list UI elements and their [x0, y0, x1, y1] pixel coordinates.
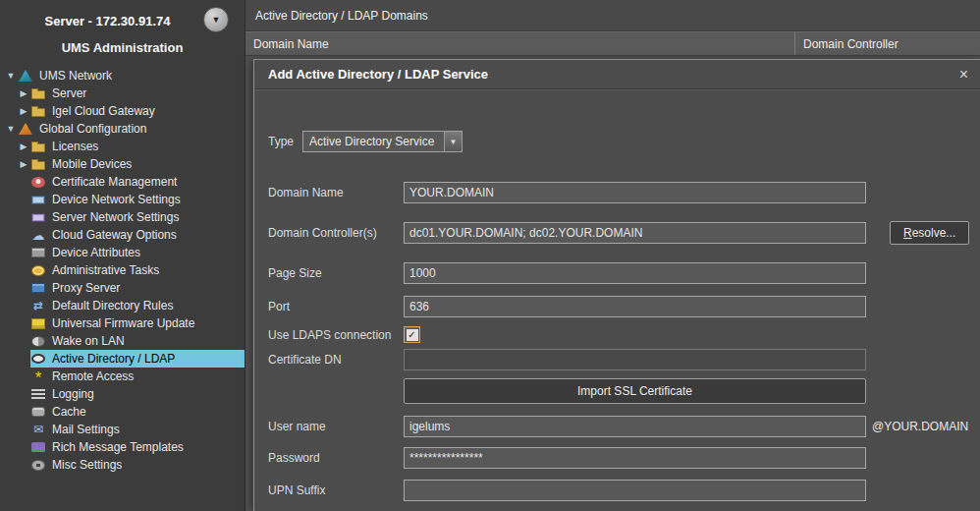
column-header-domain-controller[interactable]: Domain Controller — [795, 32, 980, 55]
cloud-icon — [31, 229, 45, 242]
tree-item-content[interactable]: Mobile Devices — [30, 155, 245, 173]
tree-item-remote-access[interactable]: Remote Access — [0, 368, 245, 385]
folder-icon — [31, 90, 45, 99]
tree-item-label: Device Network Settings — [49, 193, 184, 206]
tree-item-mobile-devices[interactable]: ▶Mobile Devices — [0, 155, 245, 173]
expand-arrow-icon[interactable]: ▶ — [17, 88, 30, 98]
misc-icon — [31, 460, 45, 471]
import-ssl-row: Import SSL Certificate — [268, 378, 980, 404]
sidebar-header: Server - 172.30.91.74 ▼ UMS Administrati… — [0, 0, 245, 63]
port-input[interactable] — [404, 296, 866, 317]
tree-item-rich-message-templates[interactable]: Rich Message Templates — [0, 438, 245, 456]
tree-item-wake-on-lan[interactable]: Wake on LAN — [0, 332, 245, 350]
tree-item-licenses[interactable]: ▶Licenses — [0, 138, 245, 155]
tree-item-label: Remote Access — [49, 369, 136, 383]
upn-suffix-row: UPN Suffix — [268, 480, 980, 501]
tree-item-label: Misc Settings — [49, 458, 125, 472]
tree-item-label: Igel Cloud Gateway — [49, 104, 158, 118]
ldaps-checkbox[interactable]: ✓ — [404, 326, 420, 343]
tree-item-global-configuration[interactable]: ▼Global Configuration — [0, 120, 245, 138]
tree-item-device-network-settings[interactable]: Device Network Settings — [0, 191, 245, 208]
tree-item-label: Cache — [49, 405, 89, 419]
tree-item-content[interactable]: Certificate Management — [30, 173, 245, 191]
tree-item-label: Default Directory Rules — [49, 299, 176, 312]
tree-item-content[interactable]: Licenses — [30, 138, 245, 155]
tree-item-content[interactable]: Server — [30, 85, 245, 102]
expand-arrow-icon[interactable]: ▶ — [17, 106, 30, 116]
tree-item-content[interactable]: Device Network Settings — [30, 191, 245, 208]
tree-item-label: Universal Firmware Update — [49, 316, 197, 330]
add-ldap-service-dialog: Add Active Directory / LDAP Service × Ty… — [253, 59, 980, 511]
type-select[interactable]: Active Directory Service ▼ — [302, 131, 463, 152]
tree-item-cloud-gateway-options[interactable]: Cloud Gateway Options — [0, 226, 245, 244]
tree-item-content[interactable]: Device Attributes — [30, 244, 245, 261]
tree-item-administrative-tasks[interactable]: Administrative Tasks — [0, 261, 245, 279]
column-header-domain-name[interactable]: Domain Name — [245, 32, 795, 55]
server-menu-button[interactable]: ▼ — [203, 7, 229, 32]
content-title: Active Directory / LDAP Domains — [255, 9, 428, 23]
chevron-down-icon: ▼ — [212, 15, 221, 25]
tree-item-universal-firmware-update[interactable]: Universal Firmware Update — [0, 314, 245, 332]
expand-arrow-icon[interactable]: ▶ — [17, 142, 30, 151]
tree-item-content[interactable]: Universal Firmware Update — [30, 314, 245, 332]
close-icon[interactable]: × — [959, 67, 968, 83]
tree-item-content[interactable]: Mail Settings — [30, 421, 245, 438]
tree-item-server[interactable]: ▶Server — [0, 85, 245, 102]
device-network-icon — [31, 196, 45, 204]
tree-item-mail-settings[interactable]: Mail Settings — [0, 421, 245, 438]
tree-item-igel-cloud-gateway[interactable]: ▶Igel Cloud Gateway — [0, 102, 245, 120]
tree-item-default-directory-rules[interactable]: Default Directory Rules — [0, 297, 245, 314]
wol-icon — [31, 336, 45, 347]
certificate-icon — [31, 177, 45, 188]
tree-item-content[interactable]: Igel Cloud Gateway — [30, 102, 245, 120]
tree-item-ums-network[interactable]: ▼UMS Network — [0, 67, 245, 85]
tree-item-proxy-server[interactable]: Proxy Server — [0, 279, 245, 297]
tree-item-content[interactable]: Proxy Server — [30, 279, 245, 297]
domain-controllers-input[interactable] — [404, 222, 866, 244]
server-network-icon — [31, 213, 45, 222]
tree-item-content[interactable]: Server Network Settings — [30, 208, 245, 226]
tree-item-content[interactable]: Remote Access — [30, 368, 245, 385]
tree-item-certificate-management[interactable]: Certificate Management — [0, 173, 245, 191]
tree-item-content[interactable]: Wake on LAN — [30, 332, 245, 350]
tree-item-label: Mail Settings — [49, 423, 123, 436]
folder-icon — [31, 161, 45, 170]
page-size-input[interactable] — [404, 262, 866, 284]
tree-item-label: Server — [49, 86, 89, 100]
chevron-down-icon[interactable]: ▼ — [444, 132, 462, 151]
resolve-button[interactable]: Resolve... — [890, 221, 969, 245]
tree-item-label: Certificate Management — [49, 175, 180, 189]
tree-item-label: Licenses — [49, 140, 101, 153]
password-input[interactable] — [404, 447, 866, 469]
username-domain-suffix: @YOUR.DOMAIN — [872, 420, 968, 433]
tree-item-content[interactable]: UMS Network — [18, 67, 245, 85]
user-name-input[interactable] — [404, 416, 866, 437]
domain-name-input[interactable] — [404, 182, 866, 203]
collapse-arrow-icon[interactable]: ▼ — [4, 71, 18, 81]
resolve-button-label: Resolve... — [903, 226, 955, 240]
tree-item-content[interactable]: Cloud Gateway Options — [30, 226, 245, 244]
upn-suffix-input[interactable] — [404, 480, 866, 501]
tree-item-content[interactable]: Global Configuration — [18, 120, 245, 138]
tree-item-active-directory-ldap[interactable]: Active Directory / LDAP — [0, 350, 245, 368]
type-label: Type — [268, 135, 302, 148]
tree-item-content[interactable]: Administrative Tasks — [30, 261, 245, 279]
tree-item-device-attributes[interactable]: Device Attributes — [0, 244, 245, 261]
collapse-arrow-icon[interactable]: ▼ — [4, 124, 18, 134]
tree-item-misc-settings[interactable]: Misc Settings — [0, 456, 245, 474]
tree-item-content[interactable]: Active Directory / LDAP — [30, 350, 245, 368]
expand-arrow-icon[interactable]: ▶ — [17, 159, 30, 169]
logging-icon — [31, 389, 45, 399]
tree-item-logging[interactable]: Logging — [0, 385, 245, 403]
proxy-icon — [31, 283, 45, 293]
tree-item-content[interactable]: Cache — [30, 403, 245, 421]
tree-item-content[interactable]: Logging — [30, 385, 245, 403]
tree-item-content[interactable]: Default Directory Rules — [30, 297, 245, 314]
tree-item-content[interactable]: Rich Message Templates — [30, 438, 245, 456]
content-title-bar: Active Directory / LDAP Domains — [245, 0, 980, 31]
import-ssl-certificate-button[interactable]: Import SSL Certificate — [404, 378, 866, 404]
tree-item-cache[interactable]: Cache — [0, 403, 245, 421]
ad-icon — [31, 354, 45, 364]
tree-item-server-network-settings[interactable]: Server Network Settings — [0, 208, 245, 226]
tree-item-content[interactable]: Misc Settings — [30, 456, 245, 474]
